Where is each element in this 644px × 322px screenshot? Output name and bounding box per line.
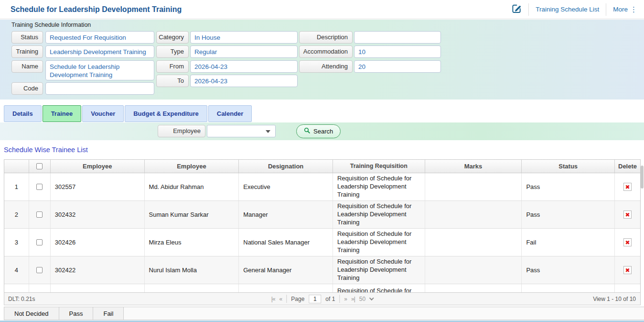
employee-name-cell xyxy=(145,284,239,293)
first-page-icon[interactable]: |« xyxy=(271,296,275,302)
employee-select[interactable] xyxy=(207,125,276,137)
type-label: Type xyxy=(156,45,189,58)
trainee-table: Employee Employee Designation Training R… xyxy=(4,159,641,293)
tab-trainee[interactable]: Trainee xyxy=(43,105,82,122)
tab-details[interactable]: Details xyxy=(4,105,42,122)
requisition-cell: Requisition of Schedule for Leadership D… xyxy=(333,229,425,256)
category-label: Category xyxy=(156,31,189,44)
row-checkbox[interactable] xyxy=(36,211,43,218)
table-row: 4 302422 Nurul Islam Molla General Manag… xyxy=(4,256,640,284)
page-size-value: 50 xyxy=(359,296,365,302)
employee-name-cell: Mirza Eleus xyxy=(145,229,239,256)
status-field[interactable]: Requested For Requisition xyxy=(45,31,154,44)
name-field[interactable]: Schedule for Leadership Development Trai… xyxy=(45,60,154,80)
result-actions-bar: Not Decided Pass Fail xyxy=(4,307,644,320)
type-field[interactable]: Regular xyxy=(190,45,298,58)
edit-button[interactable] xyxy=(504,3,528,16)
table-scrollbar[interactable] xyxy=(641,166,644,289)
from-field[interactable]: 2026-04-23 xyxy=(190,60,298,73)
not-decided-button[interactable]: Not Decided xyxy=(4,307,59,320)
top-nav: Training Schedule List More ⋮ xyxy=(504,0,644,19)
training-schedule-list-link[interactable]: Training Schedule List xyxy=(528,3,606,16)
training-field[interactable]: Leadership Development Training xyxy=(45,45,154,58)
name-label: Name xyxy=(11,60,43,73)
category-field[interactable]: In House xyxy=(190,31,298,44)
search-button[interactable]: Search xyxy=(296,124,341,138)
requisition-cell: Requisition of Schedule for xyxy=(333,284,425,293)
marks-cell xyxy=(425,256,522,284)
scrollbar-thumb[interactable] xyxy=(641,166,644,189)
row-number xyxy=(4,284,29,293)
pager-divider xyxy=(339,295,340,303)
pagination-bar: DLT: 0.21s |« « Page of 1 » »| 50 View 1… xyxy=(4,292,641,305)
page-size-select[interactable]: 50 xyxy=(359,296,373,302)
header-rownum xyxy=(4,160,29,173)
last-page-icon[interactable]: »| xyxy=(351,296,355,302)
requisition-cell: Requisition of Schedule for Leadership D… xyxy=(333,256,425,284)
delete-icon[interactable]: ✖ xyxy=(623,211,632,219)
tab-budget-expenditure[interactable]: Budget & Expenditure xyxy=(125,105,207,122)
page-title: Schedule for Leadership Development Trai… xyxy=(11,5,182,14)
row-checkbox-cell xyxy=(29,173,51,200)
employee-name-cell: Nurul Islam Molla xyxy=(145,256,239,284)
to-field[interactable]: 2026-04-23 xyxy=(190,75,298,87)
actions-bar-filler xyxy=(124,307,644,320)
trainee-search-bar: Employee Search xyxy=(0,122,644,140)
employee-label: Employee xyxy=(158,125,205,137)
page-label: Page xyxy=(291,296,304,302)
fail-button[interactable]: Fail xyxy=(93,307,124,320)
delete-cell: ✖ xyxy=(615,173,640,200)
tab-voucher[interactable]: Voucher xyxy=(82,105,124,122)
header-designation: Designation xyxy=(239,160,333,173)
requisition-cell: Requisition of Schedule for Leadership D… xyxy=(333,201,425,228)
attending-field[interactable]: 20 xyxy=(354,60,441,73)
chevron-down-icon xyxy=(369,296,374,300)
pass-button[interactable]: Pass xyxy=(59,307,94,320)
requisition-text: Requisition of Schedule for Leadership D… xyxy=(337,175,420,199)
table-row: 2 302432 Suman Kumar Sarkar Manager Requ… xyxy=(4,201,640,229)
table-body: 1 302557 Md. Abidur Rahman Executive Req… xyxy=(4,173,640,293)
delete-icon[interactable]: ✖ xyxy=(623,266,632,274)
requisition-text: Requisition of Schedule for Leadership D… xyxy=(337,202,420,227)
code-label: Code xyxy=(11,82,43,95)
header-employee-id: Employee xyxy=(51,160,145,173)
next-page-icon[interactable]: » xyxy=(344,296,347,302)
requisition-cell: Requisition of Schedule for Leadership D… xyxy=(333,173,425,200)
row-checkbox[interactable] xyxy=(36,239,43,245)
status-cell xyxy=(522,284,615,293)
row-number: 1 xyxy=(4,173,29,200)
header-marks: Marks xyxy=(425,160,522,173)
employee-id-cell: 302432 xyxy=(51,201,145,228)
header-employee-name: Employee xyxy=(145,160,239,173)
description-field[interactable] xyxy=(354,31,441,44)
page-of-label: of 1 xyxy=(325,296,335,302)
marks-cell xyxy=(425,284,522,293)
pager-controls: |« « Page of 1 » »| 50 xyxy=(271,293,373,305)
marks-cell xyxy=(425,173,522,200)
tab-calender[interactable]: Calender xyxy=(208,105,252,122)
tab-bar: Details Trainee Voucher Budget & Expendi… xyxy=(4,105,252,122)
accommodation-field[interactable]: 10 xyxy=(354,45,441,58)
accommodation-label: Accommodation xyxy=(299,45,353,58)
delete-icon[interactable]: ✖ xyxy=(623,183,632,191)
code-field[interactable] xyxy=(45,82,154,95)
edit-pencil-icon xyxy=(511,3,522,15)
row-checkbox[interactable] xyxy=(36,267,43,273)
page-number-input[interactable] xyxy=(309,295,321,303)
employee-id-cell xyxy=(51,284,145,293)
designation-cell: Manager xyxy=(239,201,333,228)
table-row: Requisition of Schedule for xyxy=(4,284,640,293)
more-menu[interactable]: More ⋮ xyxy=(606,3,644,16)
select-all-checkbox[interactable] xyxy=(36,163,43,169)
employee-id-cell: 302557 xyxy=(51,173,145,200)
prev-page-icon[interactable]: « xyxy=(279,296,282,302)
training-schedule-info-panel: Training Schedule Information Status Req… xyxy=(0,20,644,100)
to-label: To xyxy=(156,75,189,87)
employee-id-cell: 302426 xyxy=(51,229,145,256)
row-checkbox[interactable] xyxy=(36,184,43,190)
employee-name-cell: Md. Abidur Rahman xyxy=(145,173,239,200)
header-status: Status xyxy=(522,160,615,173)
delete-icon[interactable]: ✖ xyxy=(623,238,632,246)
status-label: Status xyxy=(11,31,43,44)
row-number: 2 xyxy=(4,201,29,228)
